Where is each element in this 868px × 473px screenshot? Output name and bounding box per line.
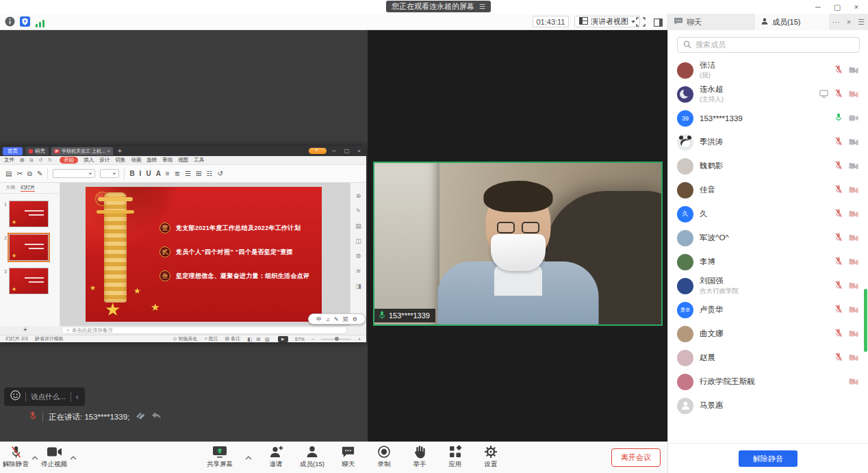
- side-rail-icon-2[interactable]: ▤: [355, 222, 361, 229]
- member-row[interactable]: 马景惠: [668, 394, 868, 418]
- chat-button[interactable]: 聊天: [337, 444, 360, 469]
- stop-video-button[interactable]: 停止视频: [41, 444, 67, 469]
- pane-tab-幻灯片[interactable]: 幻灯片: [21, 184, 35, 192]
- wps-menu-5[interactable]: 动画: [131, 157, 141, 164]
- slide-thumbnail[interactable]: ★: [9, 234, 49, 261]
- zoom-in-button[interactable]: +: [358, 337, 361, 342]
- mic-muted-icon[interactable]: [834, 184, 843, 196]
- member-row[interactable]: 赵晨: [668, 346, 868, 370]
- settings-button[interactable]: 设置: [479, 444, 502, 469]
- meeting-info-icon[interactable]: [5, 16, 16, 27]
- scrollbar-thumb[interactable]: [864, 289, 867, 352]
- ime-item-1[interactable]: ♫: [326, 316, 330, 322]
- leave-meeting-button[interactable]: 离开会议: [611, 448, 661, 467]
- ribbon-format-0[interactable]: B: [129, 170, 134, 177]
- search-input[interactable]: 搜索成员: [677, 37, 860, 53]
- side-rail-icon-1[interactable]: ✎: [356, 207, 361, 214]
- record-button[interactable]: 录制: [372, 444, 396, 469]
- mic-muted-icon[interactable]: [834, 136, 843, 149]
- side-rail-icon-3[interactable]: ◫: [355, 238, 361, 244]
- camera-off-icon[interactable]: [849, 328, 858, 340]
- notes-input[interactable]: ≡ 单击此处添加备注: [62, 327, 347, 334]
- close-button[interactable]: ×: [852, 3, 861, 11]
- ribbon-format-5[interactable]: ≣: [175, 170, 180, 177]
- chevron-up-icon[interactable]: [31, 450, 38, 463]
- member-row[interactable]: 魏鹤影: [668, 154, 868, 178]
- camera-off-icon[interactable]: [849, 136, 858, 149]
- ribbon-format-8[interactable]: ☷: [206, 170, 212, 177]
- status-tool-1[interactable]: ≡批注: [204, 335, 218, 342]
- camera-off-icon[interactable]: [849, 232, 858, 244]
- chat-input-placeholder[interactable]: 说点什么...: [31, 392, 66, 402]
- mic-on-icon[interactable]: [834, 112, 843, 125]
- view-switcher-icons[interactable]: ◧ ⊞ ▥: [247, 336, 271, 342]
- close-panel-button[interactable]: ×: [843, 14, 854, 30]
- view-mode-selector[interactable]: 演讲者视图: [574, 16, 640, 27]
- unmute-self-button[interactable]: 解除静音: [739, 450, 797, 467]
- font-select[interactable]: [53, 169, 95, 178]
- wps-menu-3[interactable]: 设计: [99, 157, 110, 164]
- member-row[interactable]: 曲文娜: [668, 322, 868, 346]
- add-slide-button[interactable]: +: [23, 326, 27, 333]
- ribbon-tool-1[interactable]: ✂: [16, 170, 22, 177]
- wps-menu-2[interactable]: 插入: [84, 157, 94, 164]
- member-row[interactable]: 张洁(我): [668, 58, 868, 82]
- wps-menu-8[interactable]: 视图: [178, 157, 188, 164]
- members-button[interactable]: 成员(15): [300, 444, 324, 469]
- unmute-button[interactable]: 解除静音: [3, 444, 29, 469]
- ime-item-4[interactable]: ⚙: [353, 316, 357, 322]
- wps-close-button[interactable]: ×: [355, 148, 363, 154]
- ime-item-3[interactable]: 简: [343, 316, 348, 323]
- member-row[interactable]: 季洪涛: [668, 130, 868, 154]
- panel-menu-icon[interactable]: ☰: [854, 14, 868, 30]
- camera-off-icon[interactable]: [849, 160, 858, 172]
- side-rail-icon-0[interactable]: ⊕: [356, 192, 361, 199]
- ribbon-format-4[interactable]: ≡: [166, 170, 170, 177]
- camera-off-icon[interactable]: [849, 352, 858, 364]
- emoji-icon[interactable]: [10, 390, 21, 403]
- ribbon-format-9[interactable]: ↺: [217, 170, 222, 177]
- mic-muted-icon[interactable]: [834, 352, 843, 364]
- mic-muted-icon[interactable]: [834, 88, 843, 101]
- mic-muted-icon[interactable]: [834, 256, 843, 268]
- invite-button[interactable]: 邀请: [264, 444, 288, 469]
- wps-restore-button[interactable]: ▢: [342, 148, 353, 154]
- camera-off-icon[interactable]: [849, 184, 858, 196]
- member-row[interactable]: 佳音: [668, 178, 868, 202]
- security-shield-icon[interactable]: [20, 16, 31, 27]
- member-row[interactable]: 连永超(主持人): [668, 82, 868, 106]
- font-size-select[interactable]: [100, 169, 119, 178]
- wps-menu-4[interactable]: 切换: [115, 157, 125, 164]
- status-tool-2[interactable]: ▤备注: [225, 335, 241, 342]
- mic-muted-icon[interactable]: [834, 232, 843, 244]
- slide-thumbnail-row[interactable]: 2★: [4, 234, 57, 261]
- mic-muted-icon[interactable]: [834, 328, 843, 340]
- ime-toolbar[interactable]: 中♫✎简⚙: [308, 314, 366, 324]
- fullscreen-icon[interactable]: [636, 17, 646, 27]
- mic-muted-icon[interactable]: [834, 64, 843, 77]
- minimize-button[interactable]: ─: [813, 3, 823, 11]
- banner-menu-icon[interactable]: ☰: [479, 3, 485, 10]
- pane-tab-大纲[interactable]: 大纲: [5, 184, 15, 192]
- ime-item-0[interactable]: 中: [316, 316, 322, 323]
- slide-canvas[interactable]: ★ ★ ★ ★ 壹党支部2021年度工作总结及2022年工作计划贰党员个人“四个…: [86, 187, 322, 322]
- panel-toggle-icon[interactable]: [654, 17, 664, 27]
- camera-off-icon[interactable]: [849, 376, 858, 388]
- camera-off-icon[interactable]: [849, 304, 858, 316]
- ribbon-tool-2[interactable]: ⧉: [27, 170, 32, 178]
- raise-hand-button[interactable]: 举手: [408, 444, 431, 469]
- member-row[interactable]: 贵华卢贵华: [668, 298, 868, 322]
- play-slideshow-button[interactable]: ▶: [278, 336, 288, 342]
- slide-thumbnail-row[interactable]: 1★: [4, 201, 57, 227]
- wps-new-tab-button[interactable]: +: [116, 147, 124, 155]
- wps-document-tab[interactable]: P 学校机关党工 上机... ×: [51, 147, 113, 155]
- ribbon-format-7[interactable]: ⊞: [196, 170, 201, 177]
- network-signal-icon[interactable]: [35, 18, 46, 29]
- ribbon-format-3[interactable]: A: [156, 170, 161, 177]
- status-tool-0[interactable]: ⊙智能美化: [173, 335, 198, 342]
- mic-muted-icon[interactable]: [834, 160, 843, 172]
- wps-minimize-button[interactable]: ─: [329, 148, 339, 154]
- wps-menu-7[interactable]: 审阅: [162, 157, 173, 164]
- ribbon-format-2[interactable]: U: [146, 170, 151, 177]
- camera-on-icon[interactable]: [849, 112, 858, 125]
